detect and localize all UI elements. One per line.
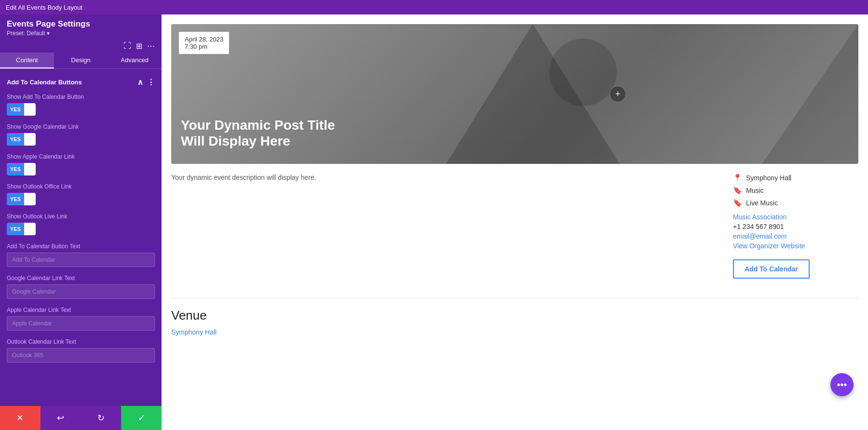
- field-google-calendar-text: Google Calendar Link Text: [0, 271, 162, 303]
- field-label-show-add-to-calendar: Show Add To Calendar Button: [7, 94, 155, 100]
- field-label-add-to-calendar-text: Add To Calendar Button Text: [7, 243, 155, 250]
- main-content: April 28, 2023 7:30 pm Your Dynamic Post…: [162, 14, 868, 430]
- field-outlook-calendar-text: Outlook Calendar Link Text: [0, 335, 162, 366]
- info-tag-live-music: 🔖 Live Music: [733, 199, 858, 207]
- input-apple-calendar-text[interactable]: [7, 316, 155, 331]
- field-show-add-to-calendar: Show Add To Calendar Button YES: [0, 90, 162, 120]
- sidebar-preset[interactable]: Preset: Default ▾: [7, 30, 155, 37]
- bottom-toolbar: ✕ ↩ ↻ ✓: [0, 406, 162, 430]
- organizer-phone: +1 234 567 8901: [733, 223, 858, 230]
- event-date: April 28, 2023: [185, 36, 223, 43]
- toggle-switch-google-calendar[interactable]: YES: [7, 133, 36, 146]
- event-body: Your dynamic event description will disp…: [171, 174, 858, 279]
- info-location: 📍 Symphony Hall: [733, 174, 858, 182]
- section-dots-icon[interactable]: ⋮: [147, 78, 155, 87]
- field-label-apple-calendar-text: Apple Calendar Link Text: [7, 307, 155, 313]
- event-description: Your dynamic event description will disp…: [171, 174, 719, 279]
- save-button[interactable]: ✓: [121, 406, 162, 430]
- venue-name-link[interactable]: Symphony Hall: [171, 328, 217, 336]
- venue-section-title: Venue: [171, 308, 858, 323]
- organizer-email-link[interactable]: email@email.com: [733, 232, 858, 240]
- toggle-thumb-live: [24, 223, 36, 235]
- location-icon: 📍: [733, 174, 742, 182]
- field-label-show-apple-calendar: Show Apple Calendar Link: [7, 153, 155, 160]
- sidebar-tabs: Content Design Advanced: [0, 53, 162, 69]
- toggle-show-add-to-calendar[interactable]: YES: [7, 103, 155, 116]
- fab-button[interactable]: •••: [830, 373, 854, 396]
- toggle-switch-add-to-calendar[interactable]: YES: [7, 103, 36, 116]
- toggle-yes-label-apple: YES: [7, 163, 24, 175]
- event-sidebar-info: 📍 Symphony Hall 🔖 Music 🔖 Live Music Mus…: [733, 174, 858, 279]
- event-hero-title: Your Dynamic Post Title Will Display Her…: [181, 117, 345, 149]
- section-header: Add To Calendar Buttons ∧ ⋮: [0, 75, 162, 90]
- input-google-calendar-text[interactable]: [7, 284, 155, 299]
- field-label-show-outlook-live: Show Outlook Live Link: [7, 213, 155, 220]
- toggle-yes-label-live: YES: [7, 223, 24, 235]
- field-label-google-calendar-text: Google Calendar Link Text: [7, 275, 155, 282]
- tab-design[interactable]: Design: [54, 53, 108, 68]
- toggle-yes-label: YES: [7, 103, 24, 116]
- event-hero: April 28, 2023 7:30 pm Your Dynamic Post…: [171, 24, 858, 164]
- venue-section: Venue Symphony Hall: [171, 298, 858, 336]
- input-outlook-calendar-text[interactable]: [7, 348, 155, 363]
- toggle-switch-apple-calendar[interactable]: YES: [7, 163, 36, 175]
- toggle-thumb-google: [24, 133, 36, 146]
- organizer-name-link[interactable]: Music Association: [733, 213, 858, 221]
- input-add-to-calendar-text[interactable]: [7, 253, 155, 267]
- field-show-apple-calendar: Show Apple Calendar Link YES: [0, 149, 162, 179]
- sidebar-header: Events Page Settings Preset: Default ▾: [0, 14, 162, 40]
- tab-content[interactable]: Content: [0, 53, 54, 68]
- event-date-badge: April 28, 2023 7:30 pm: [179, 32, 229, 54]
- toggle-show-google-calendar[interactable]: YES: [7, 133, 155, 146]
- field-show-outlook-live: Show Outlook Live Link YES: [0, 209, 162, 239]
- toggle-thumb: [24, 103, 36, 116]
- field-label-show-outlook-office: Show Outlook Office Link: [7, 183, 155, 190]
- hero-add-button[interactable]: +: [610, 86, 626, 102]
- tag-music-label: Music: [746, 187, 764, 194]
- hero-triangle-right-shape: [762, 24, 858, 164]
- field-add-to-calendar-text: Add To Calendar Button Text: [0, 239, 162, 271]
- section-header-icons: ∧ ⋮: [137, 78, 155, 87]
- toggle-switch-outlook-live[interactable]: YES: [7, 223, 36, 235]
- info-tag-music: 🔖 Music: [733, 186, 858, 195]
- cancel-button[interactable]: ✕: [0, 406, 41, 430]
- field-show-google-calendar: Show Google Calendar Link YES: [0, 120, 162, 149]
- hero-triangle-left-shape: [446, 24, 620, 164]
- toggle-thumb-office: [24, 193, 36, 205]
- add-to-calendar-button[interactable]: Add To Calendar: [733, 259, 810, 279]
- toggle-show-outlook-live[interactable]: YES: [7, 223, 155, 235]
- toggle-show-apple-calendar[interactable]: YES: [7, 163, 155, 175]
- sidebar-more-icon[interactable]: ⋯: [147, 41, 155, 51]
- section-title: Add To Calendar Buttons: [7, 79, 82, 86]
- sidebar-columns-icon[interactable]: ⊞: [136, 41, 142, 51]
- sidebar-page-title: Events Page Settings: [7, 19, 155, 29]
- toggle-yes-label-google: YES: [7, 133, 24, 146]
- tag-live-music-label: Live Music: [746, 199, 778, 207]
- top-bar-title: Edit All Events Body Layout: [6, 4, 82, 11]
- field-apple-calendar-text: Apple Calendar Link Text: [0, 303, 162, 335]
- sidebar: Events Page Settings Preset: Default ▾ ⛶…: [0, 14, 162, 430]
- top-bar: Edit All Events Body Layout: [0, 0, 868, 14]
- section-collapse-icon[interactable]: ∧: [137, 78, 143, 87]
- undo-button[interactable]: ↩: [41, 406, 81, 430]
- tag-icon-music: 🔖: [733, 186, 742, 195]
- field-show-outlook-office: Show Outlook Office Link YES: [0, 179, 162, 209]
- fab-ellipsis-icon: •••: [837, 379, 847, 390]
- location-name: Symphony Hall: [746, 174, 791, 182]
- event-time: 7:30 pm: [185, 43, 223, 50]
- tag-icon-live-music: 🔖: [733, 199, 742, 207]
- field-label-show-google-calendar: Show Google Calendar Link: [7, 123, 155, 130]
- organizer-website-link[interactable]: View Organizer Website: [733, 242, 858, 250]
- sidebar-content: Add To Calendar Buttons ∧ ⋮ Show Add To …: [0, 69, 162, 406]
- tab-advanced[interactable]: Advanced: [108, 53, 162, 68]
- toggle-yes-label-office: YES: [7, 193, 24, 205]
- redo-button[interactable]: ↻: [81, 406, 122, 430]
- sidebar-fullscreen-icon[interactable]: ⛶: [123, 41, 131, 51]
- field-label-outlook-calendar-text: Outlook Calendar Link Text: [7, 338, 155, 345]
- section-header-left: Add To Calendar Buttons: [7, 79, 82, 86]
- toggle-switch-outlook-office[interactable]: YES: [7, 193, 36, 205]
- toggle-show-outlook-office[interactable]: YES: [7, 193, 155, 205]
- toggle-thumb-apple: [24, 163, 36, 175]
